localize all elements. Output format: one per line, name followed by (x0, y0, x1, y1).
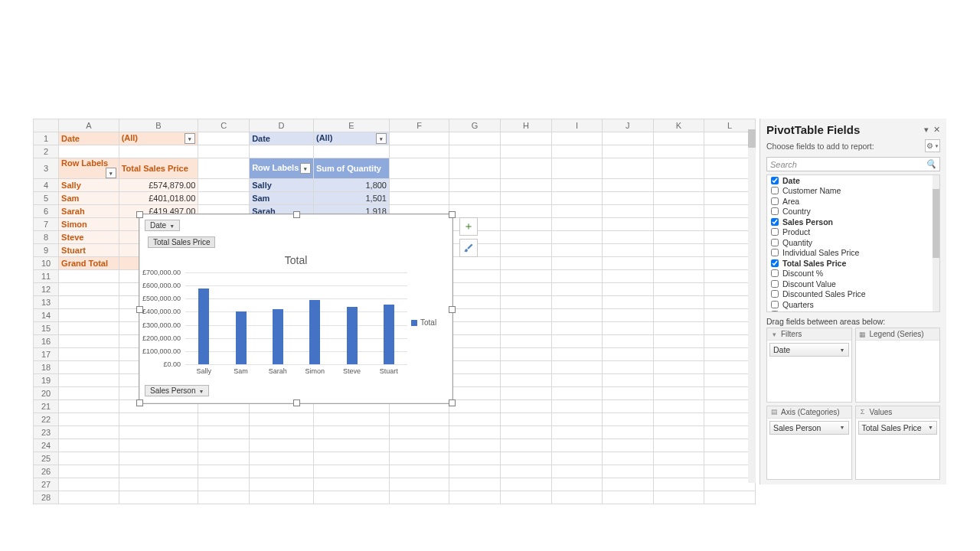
area-legend[interactable]: ▦Legend (Series) (855, 328, 941, 403)
field-item[interactable]: Date (767, 175, 939, 186)
fields-list[interactable]: DateCustomer NameAreaCountrySales Person… (766, 174, 940, 312)
col-header[interactable]: F (389, 119, 449, 132)
chart-title[interactable]: Total (139, 254, 452, 266)
col-header[interactable]: E (313, 119, 389, 132)
dropdown-icon[interactable]: ▾ (376, 133, 387, 144)
pane-dropdown-icon[interactable]: ▾ (924, 125, 929, 135)
field-checkbox[interactable] (771, 259, 779, 267)
area-axis[interactable]: ▤Axis (Categories) Sales Person▼ (766, 406, 852, 481)
grid-vertical-scrollbar[interactable] (748, 129, 756, 483)
field-item[interactable]: Product (767, 227, 939, 238)
field-checkbox[interactable] (771, 218, 779, 226)
fields-scrollbar[interactable] (933, 175, 939, 311)
table-row[interactable]: Simon (59, 218, 119, 231)
table-cell[interactable]: 1,800 (313, 179, 389, 192)
pivot2-value-hdr[interactable]: Sum of Quantity (313, 158, 389, 179)
dropdown-icon[interactable]: ▾ (185, 133, 195, 144)
chart-bar[interactable] (236, 311, 247, 364)
resize-handle[interactable] (449, 306, 456, 313)
col-header[interactable]: A (59, 119, 119, 132)
row-header[interactable]: 26 (34, 465, 59, 478)
row-header[interactable]: 15 (34, 322, 59, 335)
col-header[interactable]: J (603, 119, 654, 132)
field-checkbox[interactable] (771, 228, 779, 236)
col-header[interactable]: I (551, 119, 602, 132)
chart-filter-chip[interactable]: Date▼ (145, 220, 180, 231)
col-header[interactable]: K (653, 119, 704, 132)
resize-handle[interactable] (293, 211, 300, 218)
field-item[interactable]: Sales Person (767, 217, 939, 227)
field-checkbox[interactable] (771, 239, 779, 246)
chart-axis-chip[interactable]: Sales Person▼ (145, 385, 209, 396)
field-item[interactable]: Discounted Sales Price (767, 289, 939, 300)
field-item[interactable]: Quarters (767, 299, 939, 310)
row-header[interactable]: 20 (34, 387, 59, 400)
area-field-item[interactable]: Sales Person▼ (769, 421, 849, 435)
table-row[interactable]: Sam (59, 192, 119, 205)
row-header[interactable]: 14 (34, 309, 59, 322)
row-header[interactable]: 23 (34, 426, 59, 439)
row-header[interactable]: 16 (34, 335, 59, 348)
row-header[interactable]: 4 (34, 179, 59, 192)
resize-handle[interactable] (293, 399, 300, 406)
col-header[interactable]: C (198, 119, 250, 132)
row-header[interactable]: 1 (34, 132, 59, 145)
row-header[interactable]: 7 (34, 218, 59, 231)
row-header[interactable]: 2 (34, 145, 59, 158)
field-checkbox[interactable] (771, 187, 779, 194)
row-header[interactable]: 10 (34, 257, 59, 270)
field-checkbox[interactable] (771, 177, 779, 184)
row-header[interactable]: 3 (34, 158, 59, 179)
field-checkbox[interactable] (771, 280, 779, 288)
chart-bar[interactable] (273, 309, 283, 364)
row-header[interactable]: 27 (34, 478, 59, 491)
table-row[interactable]: Sarah (59, 205, 119, 218)
row-header[interactable]: 22 (34, 413, 59, 426)
field-item[interactable]: Individual Sales Price (767, 248, 939, 259)
row-header[interactable]: 21 (34, 400, 59, 413)
chevron-down-icon[interactable]: ▼ (928, 425, 933, 430)
table-row[interactable]: Stuart (59, 244, 119, 257)
field-item[interactable]: Discount % (767, 269, 939, 279)
resize-handle[interactable] (136, 399, 143, 406)
chart-bar[interactable] (198, 289, 209, 364)
pane-close-icon[interactable]: ✕ (933, 125, 940, 135)
pivot1-grand-total-label[interactable]: Grand Total (59, 257, 119, 270)
row-header[interactable]: 9 (34, 244, 59, 257)
row-header[interactable]: 5 (34, 192, 59, 205)
row-header[interactable]: 12 (34, 283, 59, 296)
pivot2-rowlabels-hdr[interactable]: Row Labels▾ (250, 158, 314, 179)
area-values[interactable]: ΣValues Total Sales Price▼ (855, 406, 941, 481)
row-header[interactable]: 6 (34, 205, 59, 218)
row-header[interactable]: 8 (34, 231, 59, 244)
row-header[interactable]: 19 (34, 374, 59, 387)
table-row[interactable]: Sam (250, 192, 314, 205)
field-checkbox[interactable] (771, 269, 779, 277)
row-header[interactable]: 24 (34, 439, 59, 452)
table-row[interactable]: Sally (250, 179, 314, 192)
chart-styles-button[interactable] (459, 239, 478, 257)
fields-search-input[interactable]: Search 🔍 (766, 157, 940, 171)
pivot1-rowlabels-hdr[interactable]: Row Labels▾ (59, 158, 119, 179)
pivot-chart[interactable]: ＋ Date▼ Total Sales Price Sales Person▼ … (139, 214, 453, 404)
chart-bar[interactable] (384, 305, 394, 364)
dropdown-icon[interactable]: ▾ (106, 168, 116, 178)
pivot2-filter-value[interactable]: (All)▾ (313, 132, 389, 145)
dropdown-icon[interactable]: ▾ (300, 163, 311, 174)
chart-legend[interactable]: Total (411, 318, 436, 327)
field-item[interactable]: Total Sales Price (767, 258, 939, 269)
field-checkbox[interactable] (771, 301, 779, 308)
chevron-down-icon[interactable]: ▼ (840, 347, 845, 353)
row-header[interactable]: 28 (34, 491, 59, 504)
col-header[interactable]: D (250, 119, 314, 132)
area-field-item[interactable]: Total Sales Price▼ (858, 421, 938, 435)
field-item[interactable]: Discount Value (767, 279, 939, 289)
scrollbar-thumb[interactable] (933, 189, 939, 258)
chart-bar[interactable] (347, 307, 358, 364)
field-checkbox[interactable] (771, 207, 779, 215)
pane-tools-button[interactable]: ⚙▼ (925, 139, 940, 152)
area-filters[interactable]: ▾Filters Date▼ (766, 328, 852, 403)
area-field-item[interactable]: Date▼ (769, 343, 849, 357)
chart-values-chip[interactable]: Total Sales Price (148, 236, 215, 248)
field-checkbox[interactable] (771, 311, 779, 312)
